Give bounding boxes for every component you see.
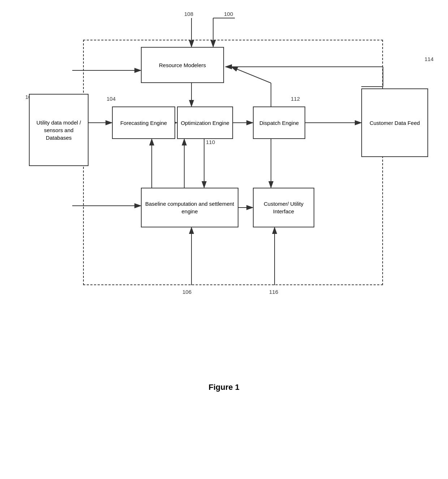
ref-100: 100	[224, 11, 233, 17]
baseline-engine-box: Baseline computation and settlement engi…	[141, 188, 238, 227]
utility-db-box: Utility data model / sensors and Databas…	[29, 94, 89, 166]
ref-114: 114	[425, 56, 434, 62]
customer-utility-interface-box: Customer/ Utility Interface	[253, 188, 314, 227]
customer-data-feed-box: Customer Data Feed	[361, 88, 428, 157]
forecasting-engine-box: Forecasting Engine	[112, 106, 175, 139]
optimization-engine-box: Optimization Engine	[177, 106, 233, 139]
figure-caption-area: Figure 1	[0, 379, 448, 403]
ref-108: 108	[184, 11, 193, 17]
system-boundary	[83, 40, 383, 285]
diagram-area: 100 108 102 104 106 110 112 114 116 Util…	[0, 0, 448, 379]
dispatch-engine-box: Dispatch Engine	[253, 106, 305, 139]
resource-modelers-box: Resource Modelers	[141, 47, 224, 83]
ref-106: 106	[182, 289, 191, 295]
figure-caption: Figure 1	[208, 383, 240, 392]
ref-116: 116	[269, 289, 278, 295]
